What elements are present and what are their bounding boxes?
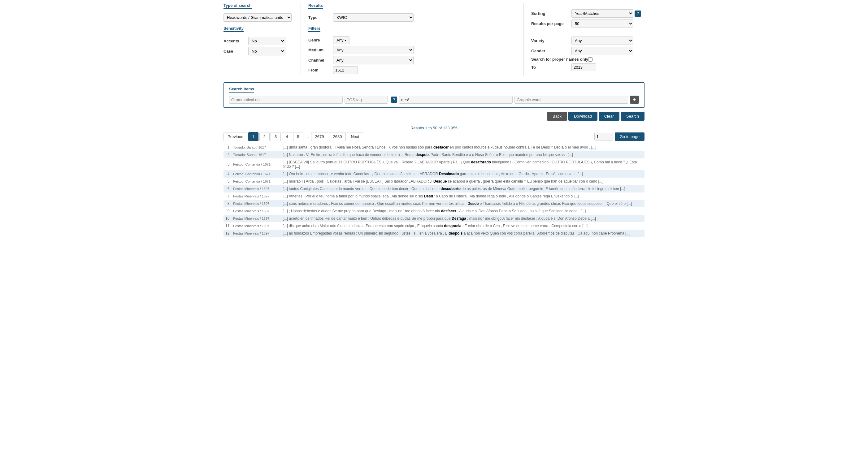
medium-select[interactable]: Any Written Spoken [333, 46, 413, 54]
type-of-search-title: Type of search [223, 3, 252, 9]
type-select[interactable]: KWIC Sentence Paragraph [333, 13, 413, 22]
row-keyword: desfacer [433, 145, 448, 150]
context-after: a acá non vexo Quen con vós corra parell… [463, 231, 630, 235]
row-source: Feixoo: Contenda / 1671 [231, 170, 281, 177]
case-select[interactable]: No Yes [248, 47, 285, 55]
type-label: Type [308, 15, 333, 20]
row-source: Feixoo: Contenda / 1671 [231, 158, 281, 170]
previous-button[interactable]: Previous [223, 132, 247, 141]
from-label: From [308, 68, 333, 72]
table-row: 10 Festas Minervais / 1697 [...] acerto … [223, 215, 645, 222]
page-2680-button[interactable]: 2680 [329, 132, 346, 141]
accents-select[interactable]: No Yes [248, 37, 285, 45]
table-row: 2 Torrado: Santo / 1617 [...] Nazarén . … [223, 151, 645, 158]
row-num: 7 [223, 193, 231, 200]
goto-input[interactable] [594, 133, 613, 140]
row-context: [...] [ESCEA VII] Sai outro portugués OU… [281, 158, 645, 170]
row-context: [...] Ora bein , eu o embaso , e venha t… [281, 170, 645, 177]
page-2-button[interactable]: 2 [259, 132, 270, 141]
back-button[interactable]: Back [547, 112, 567, 121]
page-5-button[interactable]: 5 [293, 132, 303, 141]
page-4-button[interactable]: 4 [282, 132, 292, 141]
medium-label: Medium [308, 48, 333, 52]
table-row: 1 Torrado: Santo / 1617 [...] unha santa… [223, 143, 645, 151]
context-before: [...] Ora bein , eu o embaso , e venha t… [283, 172, 439, 176]
row-context: [...] acerto en os trinados Hei de canta… [281, 215, 645, 222]
graphic-word-input[interactable] [515, 96, 628, 104]
add-search-item-btn[interactable]: + [630, 96, 639, 104]
page-2679-button[interactable]: 2679 [311, 132, 328, 141]
row-num: 5 [223, 177, 231, 185]
clear-button[interactable]: Clear [599, 112, 619, 121]
row-keyword: desaforado [471, 160, 491, 164]
table-row: 12 Festas Minervais / 1697 [...] as fund… [223, 230, 645, 237]
results-table: 1 Torrado: Santo / 1617 [...] unha santa… [223, 143, 645, 237]
context-before: [...] Athenas ; Por el o teu nome a fama… [283, 194, 424, 198]
row-num: 1 [223, 143, 231, 151]
channel-select[interactable]: Any Press Book [333, 56, 413, 64]
context-before: [...] acerto en os trinados Hei de canta… [283, 216, 452, 221]
to-input[interactable] [571, 63, 596, 71]
search-items-box: Search items ? + [223, 82, 645, 108]
gender-label: Gender [531, 48, 571, 53]
next-button[interactable]: Next [347, 132, 363, 141]
pagination-dots: ... [304, 132, 310, 141]
genre-label: Genre [308, 38, 333, 42]
table-row: 11 Festas Minervais / 1697 [...] dis que… [223, 222, 645, 230]
download-button[interactable]: Download [568, 112, 597, 121]
row-keyword: despois [448, 231, 463, 235]
sorting-help-btn[interactable]: ? [634, 10, 641, 17]
filters-title: Filters [308, 26, 320, 32]
results-per-page-select[interactable]: 50 25 100 [571, 20, 633, 28]
row-source: Festas Minervais / 1697 [231, 222, 281, 230]
context-before: [...] [ESCEA VII] Sai outro portugués OU… [283, 160, 471, 164]
context-before: [...] dis que unha obra Maior aún é que … [283, 224, 444, 228]
context-after: ' o Cabo de Fisterra , Alá donde rega o … [433, 194, 579, 198]
context-before: [...] seus nobres moradores , Fixo os xe… [283, 201, 467, 206]
goto-button[interactable]: Go to page [615, 132, 645, 141]
row-source: Festas Minervais / 1697 [231, 207, 281, 215]
row-source: Festas Minervais / 1697 [231, 185, 281, 193]
channel-label: Channel [308, 58, 333, 63]
row-num: 4 [223, 170, 231, 177]
row-context: [...] unha santa , gran doutora . ¡ Vall… [281, 143, 645, 151]
context-after: garrotazo lle hei de dar , Anxo de a Gar… [459, 172, 583, 176]
proper-names-checkbox[interactable] [588, 57, 592, 62]
row-num: 3 [223, 158, 231, 170]
context-after: ; mais no ' me obrigo A facer nin desfac… [466, 216, 596, 221]
results-title: Results [308, 3, 323, 9]
row-keyword: Desfaga [452, 216, 466, 221]
page-1-button[interactable]: 1 [248, 132, 258, 141]
context-before: [...] Nazarén . VI En fin , eu xa teño d… [283, 153, 415, 157]
pos-tag-help-btn[interactable]: ? [391, 97, 398, 103]
gender-select[interactable]: Any Male Female [571, 47, 633, 55]
from-input[interactable] [333, 66, 358, 74]
row-keyword: desfacer [441, 209, 456, 213]
page-3-button[interactable]: 3 [271, 132, 281, 141]
genre-dropdown[interactable]: Any ▾ [333, 36, 349, 44]
sensitivity-title: Sensitivity [223, 26, 244, 32]
case-label: Case [223, 49, 248, 54]
to-label: To [531, 65, 571, 70]
context-after: ; A duda é si Don Afonso Debe a Santiago… [456, 209, 586, 213]
context-after: de as palestras de Minerva Outro mellor … [461, 187, 625, 191]
table-row: 4 Feixoo: Contenda / 1671 [...] Ora bein… [223, 170, 645, 177]
row-keyword: descuberto [440, 187, 461, 191]
row-context: [...] seus nobres moradores , Fixo os xe… [281, 200, 645, 207]
sorting-select[interactable]: Year/Matches Title/Matches Matches only [571, 9, 633, 18]
search-term-input[interactable] [399, 96, 513, 104]
grammatical-unit-input[interactable] [229, 96, 343, 104]
accents-label: Accents [223, 39, 248, 43]
search-button[interactable]: Search [621, 112, 645, 121]
row-context: [...] Athenas ; Por el o teu nome a fama… [281, 193, 645, 200]
row-num: 8 [223, 200, 231, 207]
row-context: [...] as fundazós Empregastes vosas rend… [281, 230, 645, 237]
row-keyword: Desalmado [439, 172, 459, 176]
pos-tag-input[interactable] [344, 96, 388, 104]
type-of-search-select[interactable]: Headwords / Grammatical units Lemmas Wor… [223, 13, 291, 22]
table-row: 6 Festas Minervais / 1697 [...] tantos C… [223, 185, 645, 193]
search-items-title: Search items [229, 87, 254, 93]
row-context: [...] dis que unha obra Maior aún é que … [281, 222, 645, 230]
sorting-label: Sorting [531, 11, 571, 16]
variety-select[interactable]: Any Standard Dialect [571, 36, 633, 45]
